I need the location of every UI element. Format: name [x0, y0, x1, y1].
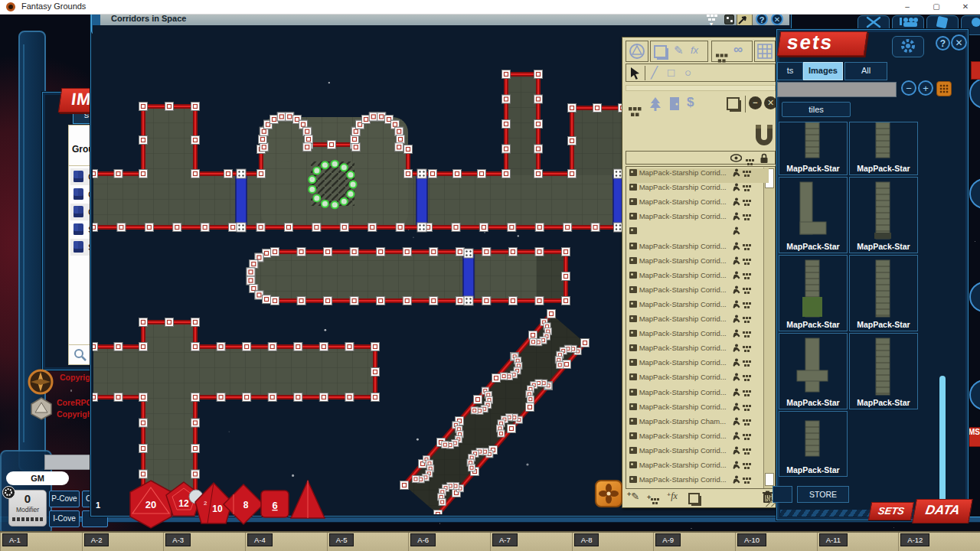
assets-partial-button[interactable]	[773, 486, 792, 503]
asset-cell[interactable]: MapPack-Star	[779, 122, 848, 175]
layer-row[interactable]: MapPack-Starship Corrid...	[629, 358, 769, 373]
layer-row[interactable]: MapPack-Starship Corrid...	[629, 212, 769, 227]
layer-row[interactable]: MapPack-Starship Corrid...	[629, 388, 769, 403]
layer-door-icon[interactable]	[668, 96, 681, 111]
hotbar-slot-A-4[interactable]: A-4	[247, 533, 273, 546]
compass-tool-button[interactable]	[626, 41, 648, 62]
quick-button-icove[interactable]: I-Cove	[49, 510, 80, 527]
assets-scroll-track[interactable]	[941, 122, 944, 504]
add-drawing-icon[interactable]: +✎	[627, 491, 639, 502]
quick-button-pcove[interactable]: P-Cove	[49, 491, 80, 507]
hotbar-slot-A-10[interactable]: A-10	[737, 533, 766, 546]
asset-cell[interactable]: MapPack-Star	[849, 177, 918, 253]
layer-row[interactable]: MapPack-Starship Cham...	[629, 417, 769, 432]
dice-tray-icon[interactable]	[724, 15, 734, 24]
hotbar-slot-A-11[interactable]: A-11	[819, 533, 848, 546]
radial-menu-button[interactable]	[595, 480, 622, 507]
add-tiles-icon[interactable]: +	[647, 494, 659, 507]
visibility-eye-icon[interactable]	[730, 154, 742, 162]
layer-row[interactable]: MapPack-Starship Corrid...	[629, 285, 769, 300]
sidebar-partial-button[interactable]	[969, 78, 980, 109]
hotbar-slot-A-3[interactable]: A-3	[165, 533, 191, 546]
draw-line-icon[interactable]: ╱	[651, 66, 658, 80]
layer-row[interactable]: MapPack-Starship Corrid...	[629, 432, 769, 446]
asset-cell[interactable]: MapPack-Star	[779, 255, 848, 331]
layer-row[interactable]: MapPack-Starship Corrid...	[629, 242, 769, 256]
brush-icon[interactable]: ✎	[674, 44, 684, 57]
sidebar-partial-button[interactable]	[969, 282, 980, 312]
collapse-button[interactable]: −	[749, 96, 762, 109]
hotbar-slot-A-1[interactable]: A-1	[2, 533, 28, 546]
copy-layer-footer-icon[interactable]	[688, 493, 700, 504]
draw-rect-icon[interactable]: □	[668, 66, 675, 79]
layer-tiles-icon[interactable]	[629, 100, 642, 121]
map-close-button[interactable]: ✕	[771, 13, 783, 25]
die-d8[interactable]: 8	[224, 484, 263, 524]
layer-row[interactable]: MapPack-Starship Corrid...	[629, 197, 769, 212]
dice-tray[interactable]: 201221086	[122, 473, 360, 533]
sidebar-partial-button[interactable]	[969, 380, 980, 410]
mask-icon[interactable]: ∞	[733, 42, 743, 57]
hotbar-slot-A-9[interactable]: A-9	[655, 533, 681, 546]
assets-store-button[interactable]: STORE	[797, 486, 849, 503]
die-d4[interactable]	[291, 481, 325, 518]
asset-cell[interactable]: MapPack-Star	[849, 255, 918, 331]
layer-tiles-icon	[743, 244, 751, 250]
select-arrow-icon[interactable]	[629, 67, 642, 80]
layer-row[interactable]: MapPack-Starship Corrid...	[629, 315, 769, 329]
draw-circle-icon[interactable]: ○	[684, 66, 691, 79]
asset-cell[interactable]: MapPack-Star	[849, 333, 918, 409]
copy-layer-icon[interactable]	[654, 45, 667, 58]
hotbar-slot-A-5[interactable]: A-5	[329, 533, 354, 546]
modifier-gear-icon[interactable]	[2, 486, 15, 499]
hotkey-bar[interactable]: A-1A-2A-3A-4A-5A-6A-7A-8A-9A-10A-11A-12	[0, 531, 980, 551]
hotbar-slot-A-6[interactable]: A-6	[410, 533, 436, 546]
layer-row[interactable]: MapPack-Starship Corrid...	[629, 475, 769, 489]
sidebar-tab-data[interactable]: DATA	[912, 499, 973, 523]
layer-row[interactable]: MapPack-Starship Corrid...	[629, 344, 769, 358]
lock-icon[interactable]	[760, 153, 769, 164]
close-button[interactable]: ✕	[951, 0, 980, 14]
modifier-box[interactable]: 0 Modifier	[8, 490, 47, 527]
layer-row[interactable]: MapPack-Starship Corrid...	[629, 300, 769, 315]
layer-money-icon[interactable]: $	[687, 95, 694, 110]
minimize-button[interactable]: –	[893, 0, 922, 14]
hotbar-slot-A-12[interactable]: A-12	[900, 533, 929, 546]
panel-close-button[interactable]: ✕	[764, 96, 777, 109]
layer-tree-icon[interactable]	[648, 96, 662, 112]
snap-magnet-icon[interactable]	[753, 123, 776, 148]
maximize-button[interactable]: ▢	[922, 0, 951, 14]
layer-row[interactable]: MapPack-Starship Corrid...	[629, 256, 769, 271]
asset-cell[interactable]: MapPack-Star	[779, 333, 848, 409]
hotbar-slot-A-2[interactable]: A-2	[84, 533, 109, 546]
layer-row[interactable]: MapPack-Starship Corrid...	[629, 183, 769, 197]
layer-row[interactable]: MapPack-Starship Corrid...	[629, 403, 769, 417]
asset-cell[interactable]: MapPack-Star	[779, 177, 848, 253]
asset-cell[interactable]: MapPack-Star	[849, 122, 918, 175]
duplicate-icon[interactable]	[727, 97, 740, 110]
add-fx-icon[interactable]: +fx	[667, 491, 678, 502]
layer-row[interactable]: MapPack-Starship Corrid...	[629, 461, 769, 475]
die-d6[interactable]: 6	[261, 491, 289, 517]
fx-icon[interactable]: fx	[691, 44, 698, 56]
gm-identity-pill[interactable]: GM	[6, 471, 69, 485]
layer-row[interactable]	[629, 227, 769, 241]
hotbar-slot-A-8[interactable]: A-8	[574, 533, 599, 546]
layer-row[interactable]: MapPack-Starship Corrid...	[629, 446, 769, 461]
sidebar-red-tab-fragment[interactable]	[971, 61, 980, 80]
hotbar-slot-A-7[interactable]: A-7	[492, 533, 518, 546]
layer-row[interactable]: MapPack-Starship Corrid...	[629, 329, 769, 344]
layers-list[interactable]: MapPack-Starship Corrid... MapPack-Stars…	[626, 166, 776, 489]
sidebar-partial-button[interactable]	[969, 178, 980, 209]
layer-row[interactable]: MapPack-Starship Corrid...	[629, 271, 769, 285]
layer-row[interactable]: MapPack-Starship Corrid...	[629, 373, 769, 387]
die-d20[interactable]: 20	[130, 481, 172, 528]
assets-scroll-thumb[interactable]	[939, 376, 946, 504]
map-help-button[interactable]: ?	[756, 13, 768, 25]
grid-tool-button[interactable]	[754, 41, 776, 62]
layer-row[interactable]: MapPack-Starship Corrid...	[629, 168, 769, 183]
tiles-menu-icon[interactable]: ▾	[707, 15, 719, 24]
asset-cell[interactable]: MapPack-Star	[779, 411, 848, 477]
sidebar-tab-assets[interactable]: SETS	[868, 502, 914, 520]
sidebar-red-tab-fragment-ms[interactable]: MS	[968, 427, 980, 447]
